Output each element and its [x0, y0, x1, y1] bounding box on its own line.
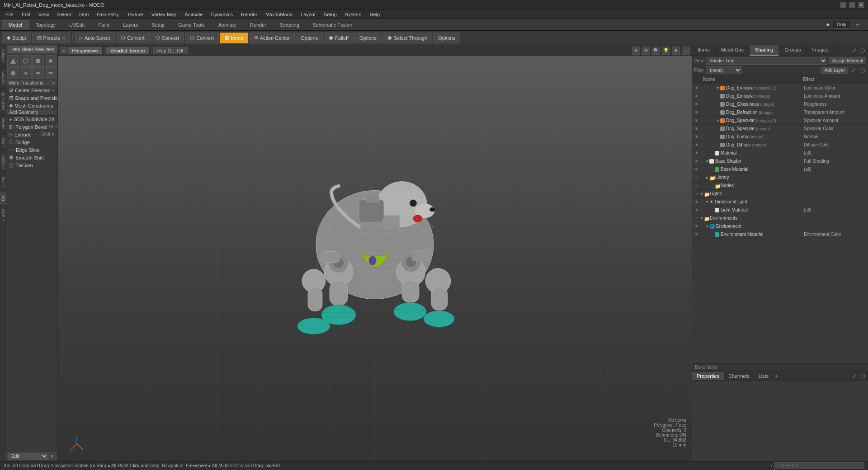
eye-icon-6[interactable]: 👁: [693, 134, 699, 140]
tree-row-3[interactable]: 👁 Dog_Refraction (Image) Transparent Amo…: [692, 108, 868, 117]
select-through-button[interactable]: ◉ Select Through: [382, 33, 432, 43]
tab-paint[interactable]: Paint: [91, 20, 116, 29]
shader-view-select[interactable]: Shader Tree: [706, 57, 827, 65]
tree-row-8[interactable]: 👁 Material (all): [692, 149, 868, 157]
menu-render[interactable]: Render: [237, 11, 261, 18]
lvtab-polygon[interactable]: Polygon: [0, 150, 6, 173]
sds-subdivide-button[interactable]: ● SDS Subdivide 2X: [6, 116, 57, 123]
vp-zoom-icon[interactable]: 🔍: [652, 47, 660, 55]
close-button[interactable]: ✕: [858, 2, 864, 8]
props-tab-channels[interactable]: Channels: [724, 372, 754, 380]
tree-row-5[interactable]: 👁 Dog_Specular (Image) Specular Color: [692, 125, 868, 133]
options-button-2[interactable]: Options: [354, 33, 382, 43]
menu-edit[interactable]: Edit: [18, 11, 34, 18]
eye-icon-2[interactable]: 👁: [693, 101, 699, 108]
tree-row-11[interactable]: 👁 ▶ 📁 Library: [692, 174, 868, 182]
eye-icon-8[interactable]: 👁: [693, 150, 699, 156]
lvtab-curve[interactable]: Curve: [0, 173, 6, 191]
vp-rotate-icon[interactable]: ⟳: [632, 47, 640, 55]
convert-button-1[interactable]: ⬡ Convert: [116, 33, 150, 43]
mesh-constraints-button[interactable]: ◈ Mesh Constraints: [6, 102, 57, 109]
props-tab-lists[interactable]: Lists: [754, 372, 774, 380]
menu-system[interactable]: System: [341, 11, 365, 18]
auto-select-button[interactable]: ▷ Auto Select: [75, 33, 115, 43]
add-tab-button[interactable]: +: [853, 21, 863, 29]
tab-render[interactable]: Render: [243, 20, 273, 29]
add-layer-button[interactable]: Add Layer: [821, 67, 848, 74]
eye-icon-14[interactable]: 👁: [693, 199, 699, 205]
eye-icon-17[interactable]: 👁: [693, 223, 699, 230]
eye-icon-7[interactable]: 👁: [693, 142, 699, 148]
tab-scripting[interactable]: Scripting: [273, 20, 306, 29]
tree-row-18[interactable]: 👁 Environment Material Environment Color: [692, 230, 868, 239]
tab-setup[interactable]: Setup: [145, 20, 171, 29]
expand-17[interactable]: ▼: [705, 223, 709, 230]
menu-animate[interactable]: Animate: [181, 11, 206, 18]
maximize-button[interactable]: □: [849, 2, 855, 8]
eye-icon-15[interactable]: 👁: [693, 207, 699, 213]
tree-row-9[interactable]: 👁 ▼ Base Shader Full Shading: [692, 157, 868, 165]
menu-maxtomodo[interactable]: MaxToModo: [262, 11, 296, 18]
right-tab-meshops[interactable]: Mesh Ops: [716, 45, 750, 56]
props-plus-button[interactable]: +: [775, 373, 778, 379]
polygon-bevel-button[interactable]: ◧ Polygon Bevel Shift-B: [6, 123, 57, 131]
lvtab-deform[interactable]: Deform: [0, 67, 6, 89]
menu-select[interactable]: Select: [53, 11, 75, 18]
expand-9[interactable]: ▼: [705, 158, 709, 164]
sculpt-tool-4[interactable]: [45, 55, 57, 67]
tab-animate[interactable]: Animate: [212, 20, 243, 29]
tree-row-12[interactable]: 👁 📁 Nodes: [692, 182, 868, 190]
expand-4[interactable]: ▼: [716, 118, 720, 124]
command-input[interactable]: [774, 462, 864, 469]
vp-more-icon[interactable]: ⋮: [682, 47, 690, 55]
eye-icon-18[interactable]: 👁: [693, 231, 699, 238]
eye-icon-0[interactable]: 👁: [693, 85, 699, 91]
menu-vertexmap[interactable]: Vertex Map: [148, 11, 180, 18]
only-button[interactable]: Only: [833, 21, 850, 28]
minimize-button[interactable]: –: [840, 2, 846, 8]
tree-row-4[interactable]: 👁 ▼ Dog_Specular (Image) (2) Specular Am…: [692, 117, 868, 125]
extrude-button[interactable]: ▷ Extrude Shift-X: [6, 131, 57, 138]
tab-topology[interactable]: Topology: [29, 20, 62, 29]
lvtab-uv[interactable]: UV: [0, 191, 6, 205]
filter-float-btn[interactable]: ⬡: [859, 67, 866, 74]
tree-row-15[interactable]: 👁 Light Material (all): [692, 206, 868, 214]
eye-icon-4[interactable]: 👁: [693, 118, 699, 124]
eye-icon-9[interactable]: 👁: [693, 158, 699, 164]
options-button-1[interactable]: Options: [296, 33, 323, 43]
menu-view[interactable]: View: [35, 11, 53, 18]
edit-select[interactable]: Edit: [8, 453, 48, 460]
menu-setup[interactable]: Setup: [320, 11, 340, 18]
menu-dynamics[interactable]: Dynamics: [208, 11, 236, 18]
tree-row-6[interactable]: 👁 Dog_bump (Image) Normal: [692, 133, 868, 141]
menu-help[interactable]: Help: [366, 11, 383, 18]
center-selected-button[interactable]: ⊕ Center Selected ▾: [6, 86, 57, 94]
props-tab-properties[interactable]: Properties: [692, 372, 724, 380]
sculpt-button[interactable]: ◆ Sculpt: [2, 33, 31, 43]
tab-uvedit[interactable]: UVEdit: [62, 20, 91, 29]
menu-texture[interactable]: Texture: [123, 11, 147, 18]
tab-gametools[interactable]: Game Tools: [171, 20, 212, 29]
right-tab-images[interactable]: Images: [807, 45, 835, 56]
filter-expand-btn[interactable]: ⤢: [850, 67, 857, 74]
falloff-button[interactable]: ◉ Falloff: [324, 33, 354, 43]
tree-row-14[interactable]: 👁 ▼ ☀ Directional Light: [692, 198, 868, 206]
menu-layout[interactable]: Layout: [297, 11, 319, 18]
viewport-canvas[interactable]: No Items Polygons : Face Channels: 0 Def…: [58, 56, 692, 461]
right-tab-shading[interactable]: Shading: [750, 45, 779, 56]
right-tab-items[interactable]: Items: [692, 45, 716, 56]
lvtab-fusion[interactable]: Fusion: [0, 205, 6, 225]
eye-icon-1[interactable]: 👁: [693, 93, 699, 99]
props-float-btn[interactable]: ⬡: [859, 372, 866, 380]
lvtab-meshedit[interactable]: Mesh Edit: [0, 88, 6, 114]
tree-row-0[interactable]: 👁 ▼ Dog_Emissive (Image) (2) Luminous Co…: [692, 84, 868, 92]
vp-menu2-icon[interactable]: ≡: [672, 47, 680, 55]
lvtab-vertex[interactable]: Vertex: [0, 114, 6, 133]
shaded-texture-button[interactable]: Shaded Texture: [106, 47, 149, 54]
menu-file[interactable]: File: [2, 11, 17, 18]
thicken-button[interactable]: ◫ Thicken: [6, 161, 57, 169]
expand-14[interactable]: ▼: [705, 199, 709, 205]
expand-13[interactable]: ▼: [699, 191, 704, 197]
tab-schematic[interactable]: Schematic Fusion: [306, 20, 359, 29]
tree-row-10[interactable]: 👁 Base Material (all): [692, 165, 868, 174]
